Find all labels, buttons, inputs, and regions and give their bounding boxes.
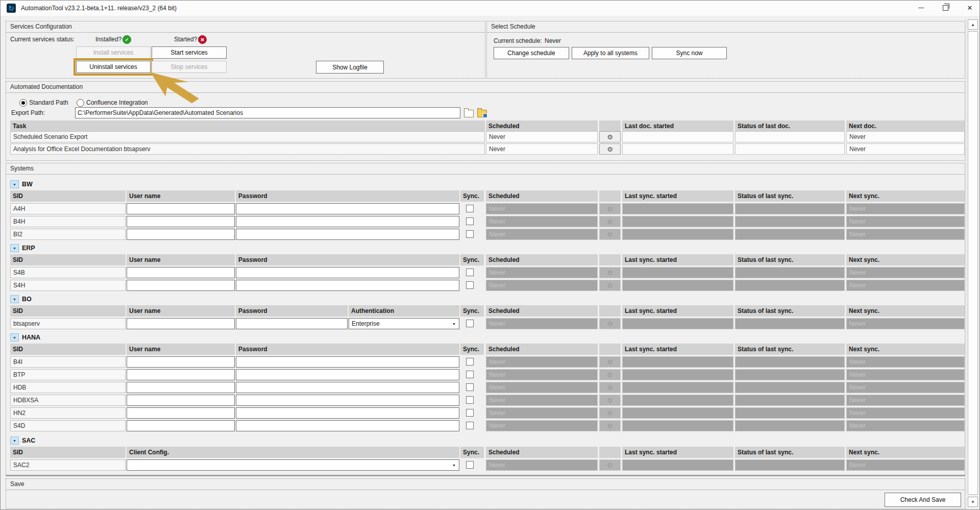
col-header-password: Password	[236, 344, 459, 355]
last-doc-cell	[622, 131, 733, 142]
standard-path-radio[interactable]	[19, 99, 27, 107]
restore-button[interactable]	[935, 1, 955, 15]
expander-icon[interactable]: ▼	[10, 244, 19, 252]
install-services-button: Install services	[76, 46, 151, 59]
systems-table-header-row: SID User name Password Authentication Sy…	[6, 305, 965, 317]
username-input[interactable]	[127, 407, 235, 419]
col-header-scheduled: Scheduled	[486, 447, 598, 458]
username-input[interactable]	[127, 356, 235, 368]
sync-checkbox[interactable]	[466, 358, 474, 366]
password-input[interactable]	[236, 280, 459, 291]
expander-icon[interactable]: ▼	[10, 333, 19, 342]
status-cell	[735, 131, 845, 142]
sync-checkbox[interactable]	[466, 461, 474, 469]
username-input[interactable]	[127, 382, 235, 393]
password-input[interactable]	[236, 382, 459, 393]
task-cell: Analysis for Office Excel Documentation …	[10, 143, 485, 155]
password-input[interactable]	[236, 203, 459, 214]
status-cell	[735, 203, 845, 214]
password-input[interactable]	[236, 369, 459, 380]
open-folder-icon[interactable]	[477, 110, 487, 117]
radio-dot	[21, 101, 25, 105]
sync-checkbox[interactable]	[466, 320, 474, 327]
sync-checkbox[interactable]	[466, 205, 474, 212]
col-header-last-sync: Last sync. started	[622, 344, 733, 355]
status-cell	[735, 143, 845, 155]
close-button[interactable]: ✕	[960, 1, 980, 15]
start-services-button[interactable]: Start services	[152, 46, 227, 59]
username-input[interactable]	[127, 280, 235, 291]
col-header-sid: SID	[10, 190, 126, 202]
authentication-dropdown[interactable]: Enterprise ▼	[349, 318, 459, 329]
section-header: Save	[6, 479, 965, 490]
last-doc-cell	[622, 143, 733, 155]
col-header-status: Status of last doc.	[735, 120, 845, 132]
uninstall-services-button[interactable]: Uninstall services	[76, 61, 151, 73]
username-input[interactable]	[127, 318, 235, 329]
password-input[interactable]	[236, 420, 459, 431]
apply-to-all-systems-button[interactable]: Apply to all systems	[572, 47, 649, 59]
schedule-gear-button[interactable]: ⚙	[599, 131, 621, 142]
col-header-status: Status of last sync.	[735, 190, 845, 202]
username-input[interactable]	[127, 369, 235, 380]
sync-checkbox[interactable]	[466, 371, 474, 378]
sync-checkbox[interactable]	[466, 230, 474, 238]
username-input[interactable]	[127, 267, 235, 278]
section-title: Select Schedule	[491, 23, 535, 30]
schedule-gear-button[interactable]: ⚙	[599, 143, 621, 155]
client-config-dropdown[interactable]: ▼	[127, 459, 459, 471]
confluence-integration-radio[interactable]	[77, 99, 84, 107]
scheduled-cell: Never	[486, 407, 598, 419]
username-input[interactable]	[127, 395, 235, 406]
system-row: HDBXSA Never ⚙ Never	[6, 395, 965, 406]
show-logfile-button[interactable]: Show Logfile	[316, 61, 384, 74]
sync-now-button[interactable]: Sync now	[652, 47, 727, 59]
col-header-sync: Sync.	[460, 190, 484, 202]
scrollbar-thumb[interactable]	[968, 31, 978, 495]
installed-label: Installed?	[95, 36, 121, 43]
change-schedule-button[interactable]: Change schedule	[494, 47, 569, 59]
system-row: BTP Never ⚙ Never	[6, 369, 965, 380]
password-input[interactable]	[236, 267, 459, 278]
expander-icon[interactable]: ▼	[10, 180, 19, 188]
sync-checkbox[interactable]	[466, 422, 474, 429]
password-input[interactable]	[236, 229, 459, 240]
sync-checkbox[interactable]	[466, 217, 474, 225]
sync-checkbox[interactable]	[466, 281, 474, 289]
scroll-up-button[interactable]: ▲	[968, 19, 978, 30]
export-path-input[interactable]	[75, 107, 460, 118]
expander-icon[interactable]: ▼	[10, 295, 19, 303]
group-name: BO	[22, 296, 32, 303]
password-input[interactable]	[236, 216, 459, 227]
username-input[interactable]	[127, 420, 235, 431]
sync-checkbox[interactable]	[466, 409, 474, 417]
col-header-sync: Sync.	[460, 344, 484, 355]
password-input[interactable]	[236, 407, 459, 419]
system-row: HDB Never ⚙ Never	[6, 382, 965, 393]
password-input[interactable]	[236, 318, 348, 329]
system-row: A4H Never ⚙ Never	[6, 203, 965, 214]
section-header: Select Schedule	[487, 21, 965, 33]
group-name: SAC	[22, 437, 35, 444]
check-and-save-button[interactable]: Check And Save	[885, 493, 961, 507]
scheduled-cell: Never	[486, 382, 598, 393]
schedule-gear-button: ⚙	[599, 318, 621, 329]
vertical-scrollbar[interactable]: ▲ ▼	[966, 19, 979, 509]
password-input[interactable]	[236, 356, 459, 368]
browse-folder-icon[interactable]	[464, 110, 474, 117]
sync-checkbox[interactable]	[466, 383, 474, 391]
system-row: HN2 Never ⚙ Never	[6, 407, 965, 419]
sync-checkbox[interactable]	[466, 269, 474, 276]
scheduled-cell: Never	[486, 280, 598, 291]
username-input[interactable]	[127, 203, 235, 214]
minimize-button[interactable]	[911, 1, 931, 15]
section-title: Systems	[10, 165, 34, 172]
sid-cell: btsapserv	[10, 318, 126, 329]
col-header-password: Password	[236, 305, 348, 317]
sync-checkbox[interactable]	[466, 396, 474, 404]
scroll-down-button[interactable]: ▼	[968, 497, 978, 507]
expander-icon[interactable]: ▼	[10, 436, 19, 445]
username-input[interactable]	[127, 216, 235, 227]
username-input[interactable]	[127, 229, 235, 240]
password-input[interactable]	[236, 395, 459, 406]
